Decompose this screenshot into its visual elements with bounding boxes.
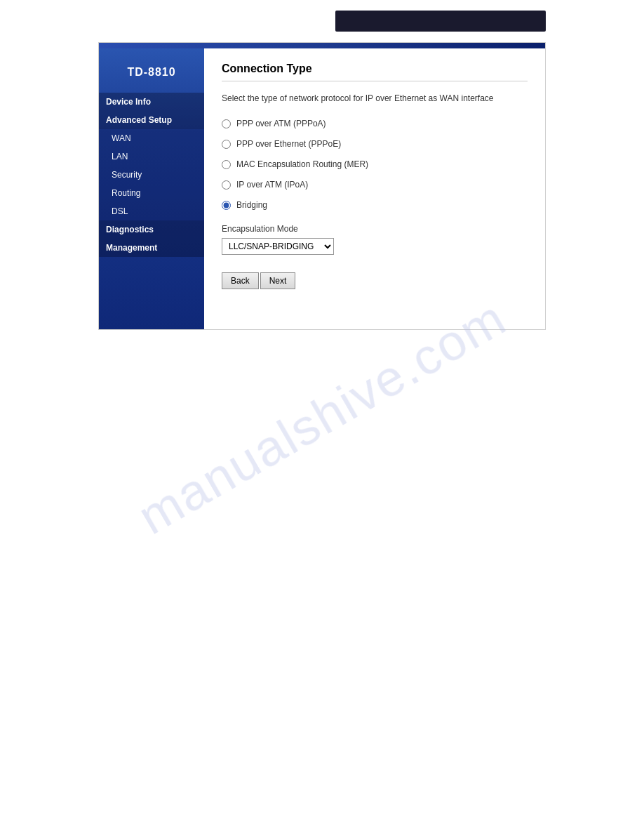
radio-option-ipoatm: IP over ATM (IPoA) [222,180,528,190]
sidebar-item-management[interactable]: Management [99,239,204,257]
radio-ipoatm[interactable] [222,180,231,190]
main-content: Connection Type Select the type of netwo… [204,48,545,329]
sidebar: TD-8810 Device Info Advanced Setup WAN L… [99,48,204,329]
main-wrapper: TD-8810 Device Info Advanced Setup WAN L… [98,42,546,330]
description-text: Select the type of network protocol for … [222,92,528,105]
sidebar-item-lan[interactable]: LAN [99,147,204,166]
top-bar [0,0,644,42]
sidebar-item-security[interactable]: Security [99,166,204,184]
encap-label: Encapsulation Mode [222,224,528,234]
radio-option-bridging: Bridging [222,200,528,210]
sidebar-item-device-info[interactable]: Device Info [99,93,204,111]
encap-select[interactable]: LLC/SNAP-BRIDGING VC/MUX [222,238,334,255]
next-button[interactable]: Next [260,272,296,289]
label-bridging[interactable]: Bridging [236,200,267,210]
radio-option-pppoe: PPP over Ethernet (PPPoE) [222,139,528,149]
radio-option-pppoa: PPP over ATM (PPPoA) [222,119,528,128]
back-button[interactable]: Back [222,272,259,289]
label-pppoa[interactable]: PPP over ATM (PPPoA) [236,119,326,128]
page-title: Connection Type [222,62,528,81]
radio-pppoa[interactable] [222,119,231,128]
button-row: Back Next [222,272,528,289]
sidebar-item-routing[interactable]: Routing [99,184,204,202]
header-bar [99,43,545,48]
label-mer[interactable]: MAC Encapsulation Routing (MER) [236,159,368,169]
label-pppoe[interactable]: PPP over Ethernet (PPPoE) [236,139,341,149]
radio-pppoe[interactable] [222,140,231,149]
top-bar-right-block [335,11,546,32]
brand-model: TD-8810 [106,66,197,79]
sidebar-item-advanced-setup[interactable]: Advanced Setup [99,111,204,129]
sidebar-item-diagnostics[interactable]: Diagnostics [99,220,204,239]
radio-bridging[interactable] [222,201,231,210]
sidebar-item-wan[interactable]: WAN [99,129,204,147]
brand-logo: TD-8810 [99,55,204,93]
radio-option-mer: MAC Encapsulation Routing (MER) [222,159,528,169]
sidebar-item-dsl[interactable]: DSL [99,202,204,220]
encapsulation-section: Encapsulation Mode LLC/SNAP-BRIDGING VC/… [222,224,528,255]
radio-mer[interactable] [222,160,231,169]
label-ipoatm[interactable]: IP over ATM (IPoA) [236,180,308,190]
content-area: TD-8810 Device Info Advanced Setup WAN L… [99,48,545,329]
